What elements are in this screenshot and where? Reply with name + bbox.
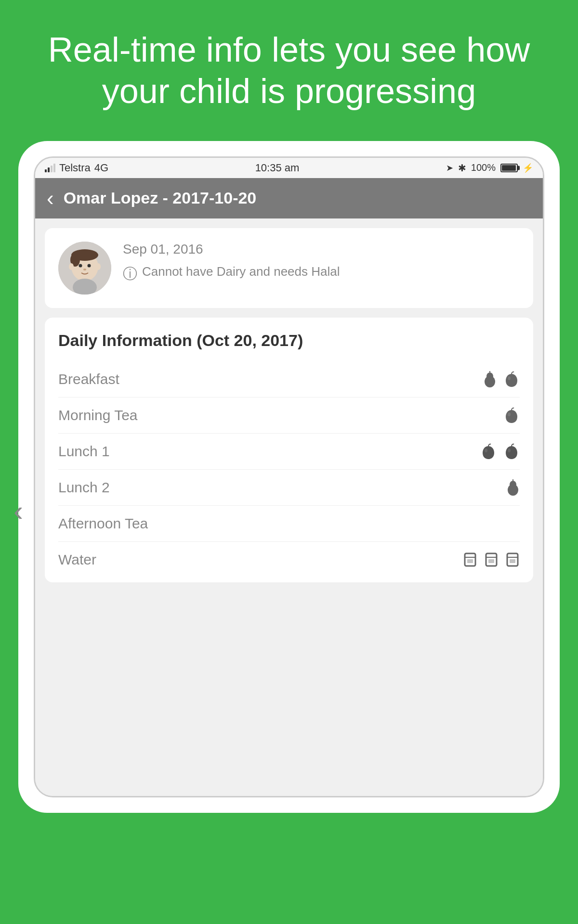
meal-row-afternoon-tea: Afternoon Tea bbox=[58, 506, 520, 542]
network-label: 4G bbox=[94, 162, 108, 174]
profile-card: Sep 01, 2016 ⓘ Cannot have Dairy and nee… bbox=[45, 228, 533, 308]
pear-icon-1 bbox=[483, 371, 497, 387]
avatar-image bbox=[58, 242, 111, 295]
daily-info-card: Daily Information (Oct 20, 2017) Breakfa… bbox=[45, 318, 533, 582]
svg-rect-28 bbox=[510, 559, 515, 563]
signal-bar-4 bbox=[53, 164, 55, 172]
meal-name-morning-tea: Morning Tea bbox=[58, 407, 138, 424]
charging-icon: ⚡ bbox=[523, 163, 533, 173]
meal-row-water: Water bbox=[58, 542, 520, 578]
meal-name-lunch2: Lunch 2 bbox=[58, 479, 110, 496]
cup-icon-2 bbox=[484, 552, 499, 568]
signal-bar-1 bbox=[45, 169, 47, 172]
meal-icons-morning-tea bbox=[503, 407, 520, 424]
svg-point-11 bbox=[486, 372, 493, 380]
svg-point-13 bbox=[508, 376, 511, 380]
meal-name-water: Water bbox=[58, 552, 96, 568]
daily-info-title: Daily Information (Oct 20, 2017) bbox=[58, 331, 520, 350]
apple-icon-2 bbox=[503, 407, 520, 424]
svg-point-14 bbox=[508, 412, 511, 416]
nav-title: Omar Lopez - 2017-10-20 bbox=[64, 189, 257, 207]
profile-note: ⓘ Cannot have Dairy and needs Halal bbox=[123, 263, 520, 284]
meal-name-breakfast: Breakfast bbox=[58, 371, 119, 387]
nav-bar: ‹ Omar Lopez - 2017-10-20 bbox=[35, 178, 543, 218]
pear-icon-2 bbox=[506, 479, 520, 496]
phone-card: ‹ Telstra 4G 10:35 am ➤ ✱ bbox=[18, 141, 560, 813]
signal-bars bbox=[45, 164, 55, 172]
svg-rect-25 bbox=[488, 559, 494, 563]
status-time: 10:35 am bbox=[255, 162, 300, 174]
meal-icons-lunch1 bbox=[480, 443, 520, 460]
meal-icons-water bbox=[463, 552, 520, 568]
bluetooth-icon: ✱ bbox=[458, 162, 466, 174]
status-left: Telstra 4G bbox=[45, 162, 108, 174]
content-area: Sep 01, 2016 ⓘ Cannot have Dairy and nee… bbox=[35, 218, 543, 796]
apple-icon-3 bbox=[480, 443, 497, 460]
meal-name-afternoon-tea: Afternoon Tea bbox=[58, 515, 148, 532]
meal-row-breakfast: Breakfast bbox=[58, 361, 520, 398]
avatar bbox=[58, 242, 111, 295]
svg-point-8 bbox=[96, 263, 101, 270]
apple-icon-1 bbox=[503, 371, 520, 387]
signal-bar-3 bbox=[51, 166, 53, 172]
carrier-label: Telstra bbox=[59, 162, 91, 174]
meal-row-morning-tea: Morning Tea bbox=[58, 398, 520, 434]
phone-frame: Telstra 4G 10:35 am ➤ ✱ 100% ⚡ bbox=[34, 156, 544, 797]
profile-date: Sep 01, 2016 bbox=[123, 242, 520, 257]
svg-point-16 bbox=[508, 449, 511, 452]
info-icon: ⓘ bbox=[123, 264, 137, 284]
battery-percent: 100% bbox=[471, 162, 496, 173]
svg-point-15 bbox=[485, 449, 487, 452]
svg-point-18 bbox=[510, 481, 516, 488]
status-right: ➤ ✱ 100% ⚡ bbox=[446, 162, 533, 174]
svg-point-4 bbox=[79, 264, 82, 267]
svg-rect-22 bbox=[467, 559, 473, 563]
svg-point-5 bbox=[88, 264, 91, 267]
profile-note-text: Cannot have Dairy and needs Halal bbox=[142, 263, 340, 280]
header-title: Real-time info lets you see how your chi… bbox=[0, 0, 578, 141]
cup-icon-1 bbox=[463, 552, 477, 568]
battery-icon bbox=[500, 164, 518, 172]
meal-row-lunch2: Lunch 2 bbox=[58, 470, 520, 506]
cup-icon-3 bbox=[505, 552, 520, 568]
meal-name-lunch1: Lunch 1 bbox=[58, 443, 110, 460]
svg-point-6 bbox=[83, 269, 86, 270]
location-icon: ➤ bbox=[446, 163, 453, 173]
meal-row-lunch1: Lunch 1 bbox=[58, 434, 520, 470]
meal-icons-lunch2 bbox=[506, 479, 520, 496]
app-background: Real-time info lets you see how your chi… bbox=[0, 0, 578, 924]
meal-icons-breakfast bbox=[483, 371, 520, 387]
svg-point-7 bbox=[69, 263, 74, 270]
nav-back-button[interactable]: ‹ bbox=[47, 188, 54, 209]
profile-info: Sep 01, 2016 ⓘ Cannot have Dairy and nee… bbox=[123, 242, 520, 284]
signal-bar-2 bbox=[48, 167, 50, 172]
status-bar: Telstra 4G 10:35 am ➤ ✱ 100% ⚡ bbox=[35, 158, 543, 178]
apple-icon-4 bbox=[503, 443, 520, 460]
left-nav-arrow[interactable]: ‹ bbox=[13, 494, 23, 527]
